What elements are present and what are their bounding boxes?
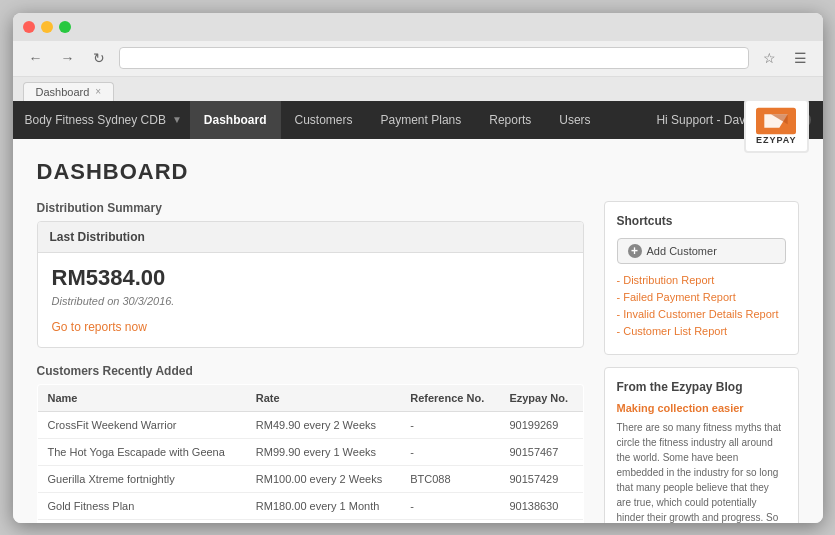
content-left: Distribution Summary Last Distribution R… [37,201,584,523]
forward-button[interactable]: → [57,48,79,68]
table-cell-ref: - [400,438,499,465]
shortcut-links: - Distribution Report- Failed Payment Re… [617,274,786,337]
nav-link-payment-plans[interactable]: Payment Plans [367,101,476,139]
title-bar [13,13,823,41]
dist-card-body: RM5384.00 Distributed on 30/3/2016. Go t… [38,253,583,347]
nav-link-dashboard[interactable]: Dashboard [190,101,281,139]
nav-links: Dashboard Customers Payment Plans Report… [190,101,605,139]
table-cell-name: CrossFit Weekend Warrior [37,411,246,438]
dist-card-header: Last Distribution [38,222,583,253]
customers-table: Name Rate Reference No. Ezypay No. Cross… [37,384,584,523]
brand-label: Body Fitness Sydney CDB [25,113,166,127]
main-content: DASHBOARD Distribution Summary Last Dist… [13,139,823,523]
shortcut-link[interactable]: - Failed Payment Report [617,291,786,303]
tab-close-icon[interactable]: × [95,86,101,97]
nav-link-customers[interactable]: Customers [281,101,367,139]
ezypay-logo-icon [756,107,796,135]
shortcut-link[interactable]: - Invalid Customer Details Report [617,308,786,320]
content-right: Shortcuts + Add Customer - Distribution … [604,201,799,523]
add-customer-button[interactable]: + Add Customer [617,238,786,264]
table-cell-rate: RM180.00 every 1 Month [246,492,400,519]
table-row: Guerilla Xtreme fortnightlyRM100.00 ever… [37,465,583,492]
table-cell-ref: - [400,411,499,438]
blog-post-body: There are so many fitness myths that cir… [617,420,786,523]
col-header-ezypay: Ezypay No. [499,384,583,411]
table-cell-name: Guerilla Xtreme fortnightly [37,465,246,492]
col-header-rate: Rate [246,384,400,411]
blog-post-title[interactable]: Making collection easier [617,402,786,414]
logo-area: EZYPAY [744,99,809,153]
table-cell-ezypay: 90157467 [499,438,583,465]
table-cell-name: Gold Fitness Plan [37,492,246,519]
brand-dropdown-icon[interactable]: ▼ [172,114,182,125]
table-cell-name: Membership sign up fee [37,519,246,523]
table-row: Gold Fitness PlanRM180.00 every 1 Month-… [37,492,583,519]
shortcuts-card: Shortcuts + Add Customer - Distribution … [604,201,799,355]
app-nav: Body Fitness Sydney CDB ▼ Dashboard Cust… [13,101,823,139]
table-cell-name: The Hot Yoga Escapade with Geena [37,438,246,465]
shortcut-link[interactable]: - Distribution Report [617,274,786,286]
go-to-reports-link[interactable]: Go to reports now [52,320,147,334]
nav-link-users[interactable]: Users [545,101,604,139]
menu-button[interactable]: ☰ [790,48,811,68]
shortcut-link[interactable]: - Customer List Report [617,325,786,337]
nav-brand: Body Fitness Sydney CDB ▼ [25,113,190,127]
table-row: Membership sign up feeRM89.90-90135015 [37,519,583,523]
table-cell-ref: - [400,492,499,519]
distribution-section-label: Distribution Summary [37,201,584,215]
table-cell-ezypay: 90138630 [499,492,583,519]
table-row: The Hot Yoga Escapade with GeenaRM99.90 … [37,438,583,465]
customers-section: Customers Recently Added Name Rate Refer… [37,364,584,523]
blog-card: From the Ezypay Blog Making collection e… [604,367,799,523]
back-button[interactable]: ← [25,48,47,68]
maximize-button[interactable] [59,21,71,33]
table-cell-rate: RM49.90 every 2 Weeks [246,411,400,438]
table-cell-ref: BTC088 [400,465,499,492]
distribution-amount: RM5384.00 [52,265,569,291]
add-customer-label: Add Customer [647,245,717,257]
browser-window: ← → ↻ ☆ ☰ Dashboard × Body Fitness Sydne… [13,13,823,523]
tab-bar: Dashboard × [13,77,823,101]
tab-label: Dashboard [36,86,90,98]
distribution-card: Last Distribution RM5384.00 Distributed … [37,221,584,348]
col-header-ref: Reference No. [400,384,499,411]
table-cell-ezypay: 90157429 [499,465,583,492]
table-row: CrossFit Weekend WarriorRM49.90 every 2 … [37,411,583,438]
col-header-name: Name [37,384,246,411]
table-cell-ref: - [400,519,499,523]
shortcuts-title: Shortcuts [617,214,786,228]
nav-link-reports[interactable]: Reports [475,101,545,139]
table-cell-rate: RM99.90 every 1 Weeks [246,438,400,465]
close-button[interactable] [23,21,35,33]
plus-icon: + [628,244,642,258]
table-cell-ezypay: 90135015 [499,519,583,523]
reload-button[interactable]: ↻ [89,48,109,68]
logo-text: EZYPAY [756,135,797,145]
address-input[interactable] [119,47,749,69]
bookmark-button[interactable]: ☆ [759,48,780,68]
content-row: Distribution Summary Last Distribution R… [37,201,799,523]
table-cell-rate: RM89.90 [246,519,400,523]
minimize-button[interactable] [41,21,53,33]
browser-tab[interactable]: Dashboard × [23,82,115,101]
address-bar: ← → ↻ ☆ ☰ [13,41,823,77]
table-cell-ezypay: 90199269 [499,411,583,438]
distribution-date: Distributed on 30/3/2016. [52,295,569,307]
distribution-summary: Distribution Summary Last Distribution R… [37,201,584,348]
blog-title: From the Ezypay Blog [617,380,786,394]
table-cell-rate: RM100.00 every 2 Weeks [246,465,400,492]
table-header-row: Name Rate Reference No. Ezypay No. [37,384,583,411]
page-title: DASHBOARD [37,159,799,185]
customers-section-label: Customers Recently Added [37,364,584,378]
